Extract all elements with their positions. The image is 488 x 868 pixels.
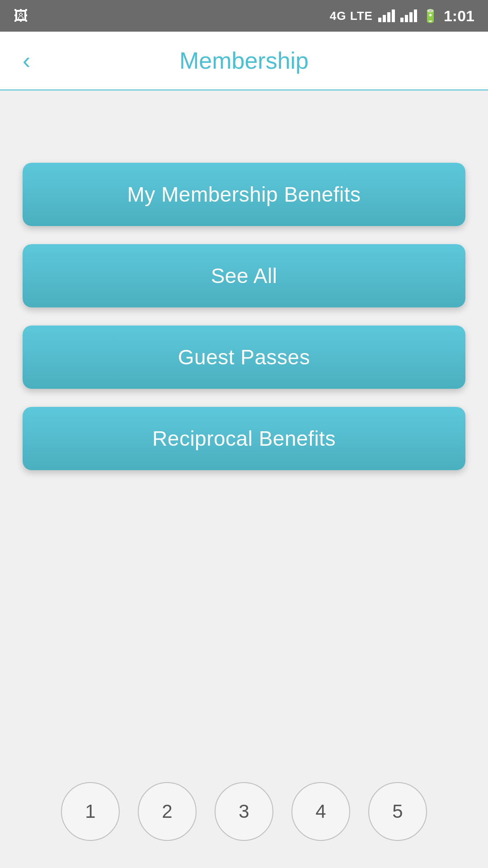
signal-bar-1	[378, 18, 381, 22]
signal-bar-2b	[405, 15, 408, 22]
photo-icon: 🖼	[14, 8, 28, 24]
signal-bars-1	[378, 9, 395, 22]
nav-3-label: 3	[239, 801, 249, 822]
nav-4-label: 4	[315, 801, 326, 822]
my-membership-benefits-button[interactable]: My Membership Benefits	[23, 163, 465, 226]
status-bar-left: 🖼	[14, 8, 28, 24]
nav-2-nav-circle[interactable]: 2	[138, 782, 197, 841]
bottom-nav: 12345	[0, 782, 488, 841]
signal-bar-2	[383, 15, 386, 22]
nav-2-label: 2	[162, 801, 172, 822]
guest-passes-button[interactable]: Guest Passes	[23, 326, 465, 389]
nav-5-nav-circle[interactable]: 5	[368, 782, 427, 841]
page-title: Membership	[179, 47, 309, 74]
back-button[interactable]: ‹	[18, 44, 35, 77]
status-time: 1:01	[444, 7, 474, 25]
see-all-button[interactable]: See All	[23, 244, 465, 307]
nav-5-label: 5	[392, 801, 403, 822]
nav-3-nav-circle[interactable]: 3	[215, 782, 273, 841]
signal-bar-3	[387, 12, 390, 22]
nav-1-label: 1	[85, 801, 95, 822]
nav-4-nav-circle[interactable]: 4	[291, 782, 350, 841]
battery-icon: 🔋	[422, 9, 438, 24]
status-bar-right: 4G LTE 🔋 1:01	[330, 7, 474, 25]
network-badge: 4G LTE	[330, 9, 373, 23]
signal-bars-2	[400, 9, 417, 22]
signal-bar-3b	[409, 12, 413, 22]
status-bar: 🖼 4G LTE 🔋 1:01	[0, 0, 488, 32]
signal-bar-4	[392, 9, 395, 22]
header: ‹ Membership	[0, 32, 488, 90]
signal-bar-4b	[414, 9, 417, 22]
main-content: My Membership BenefitsSee AllGuest Passe…	[0, 90, 488, 470]
signal-bar-1b	[400, 18, 404, 22]
reciprocal-benefits-button[interactable]: Reciprocal Benefits	[23, 407, 465, 470]
nav-1-nav-circle[interactable]: 1	[61, 782, 120, 841]
